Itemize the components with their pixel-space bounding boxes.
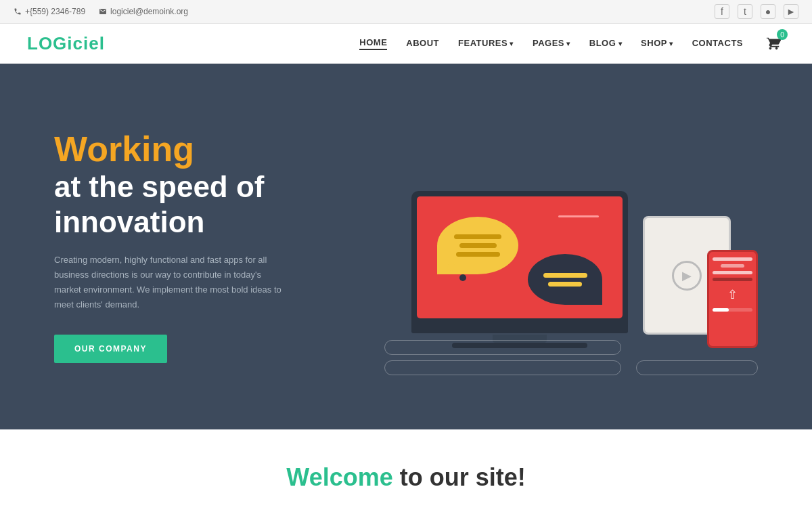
nav-pages[interactable]: PAGES [533, 38, 570, 49]
laptop-device [411, 191, 628, 348]
laptop-base [411, 324, 628, 333]
nav-features[interactable]: FEATURES [458, 38, 514, 49]
email-icon [99, 7, 107, 16]
phone-line-3 [713, 271, 752, 274]
share-icon: ⇧ [727, 287, 738, 302]
logo-accent: iciel [67, 33, 105, 54]
phone-device: ⇧ [707, 250, 758, 348]
social-links: f t ● ► [715, 4, 798, 19]
twitter-icon[interactable]: t [738, 4, 752, 19]
phone-line-2 [721, 264, 744, 268]
phone-progress-fill [713, 308, 729, 312]
phone-progress [713, 308, 752, 312]
hero-description: Creating modern, highly functional and f… [54, 253, 284, 312]
instagram-icon[interactable]: ● [761, 4, 775, 19]
dot-dark [459, 274, 466, 281]
dark-bubble [528, 254, 602, 305]
progress-track-3 [636, 360, 758, 375]
hero-cta-button[interactable]: OUR COMPANY [54, 335, 167, 363]
progress-track-1 [384, 340, 621, 355]
cart-button[interactable]: 0 [762, 32, 785, 55]
phone-line-4 [713, 278, 752, 281]
hero-title-rest: at the speed ofinnovation [54, 169, 371, 241]
nav-home[interactable]: HOME [359, 37, 387, 50]
phone-icon [14, 7, 22, 16]
progress-track-2 [384, 360, 621, 375]
welcome-rest: to our site! [393, 463, 526, 491]
main-nav: HOME ABOUT FEATURES PAGES BLOG SHOP CONT… [359, 32, 785, 55]
top-bar-contact: +{559) 2346-789 logiciel@demoink.org [14, 7, 188, 16]
hero-section: Working at the speed ofinnovation Creati… [0, 64, 812, 429]
hero-illustration: ▶ ⇧ [371, 104, 758, 389]
logo-text: LOG [27, 33, 67, 54]
progress-bars-left [384, 340, 621, 375]
red-accent-line [558, 215, 599, 217]
progress-bars-right [636, 360, 758, 375]
welcome-highlight: Welcome [286, 463, 392, 491]
nav-shop[interactable]: SHOP [641, 38, 673, 49]
nav-about[interactable]: ABOUT [406, 38, 439, 49]
logo: LOGiciel [27, 33, 105, 54]
play-button: ▶ [672, 261, 702, 291]
welcome-title: Welcome to our site! [14, 463, 798, 492]
youtube-icon[interactable]: ► [784, 4, 798, 19]
cart-badge: 0 [777, 29, 788, 40]
welcome-section: Welcome to our site! [0, 429, 812, 508]
nav-contacts[interactable]: CONTACTS [692, 38, 743, 49]
dot-yellow [447, 263, 455, 271]
top-bar: +{559) 2346-789 logiciel@demoink.org f t… [0, 0, 812, 24]
phone-info: +{559) 2346-789 [14, 7, 85, 16]
laptop-screen [417, 196, 623, 318]
facebook-icon[interactable]: f [715, 4, 729, 19]
email-info: logiciel@demoink.org [99, 7, 188, 16]
nav-blog[interactable]: BLOG [589, 38, 622, 49]
phone-line-1 [713, 257, 752, 261]
hero-title-working: Working [54, 130, 371, 169]
header: LOGiciel HOME ABOUT FEATURES PAGES BLOG … [0, 24, 812, 64]
hero-content: Working at the speed ofinnovation Creati… [54, 130, 371, 362]
laptop-frame [411, 191, 628, 324]
